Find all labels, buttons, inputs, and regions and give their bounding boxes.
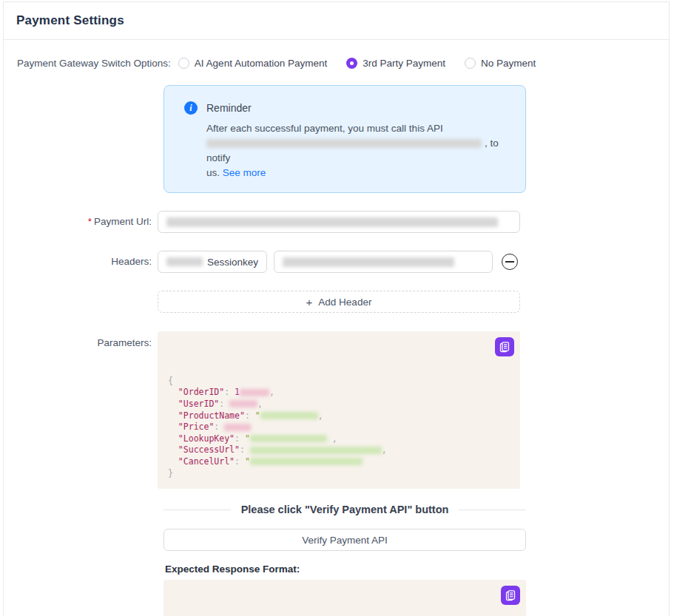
radio-circle-icon[interactable] xyxy=(178,58,189,69)
header-key-input[interactable]: Sessionkey xyxy=(158,251,267,273)
add-header-row: + Add Header xyxy=(4,291,669,313)
redacted-header-key-prefix xyxy=(166,257,203,266)
copy-icon[interactable] xyxy=(495,337,514,356)
see-more-link[interactable]: See more xyxy=(223,167,266,178)
payment-url-input[interactable] xyxy=(158,211,520,233)
expected-response-label: Expected Response Format: xyxy=(165,563,669,575)
payment-settings-card: Payment Settings Payment Gateway Switch … xyxy=(3,1,670,616)
info-icon: i xyxy=(184,101,198,115)
headers-label: Headers: xyxy=(4,251,158,273)
header-key-text: Sessionkey xyxy=(207,257,258,268)
radio-label: No Payment xyxy=(481,58,536,69)
add-header-label: Add Header xyxy=(318,297,371,308)
divider-line xyxy=(164,510,231,510)
card-body: Payment Gateway Switch Options: AI Agent… xyxy=(4,40,669,616)
reminder-title: Reminder xyxy=(206,102,252,114)
gateway-switch-label: Payment Gateway Switch Options: xyxy=(17,58,171,69)
remove-header-button[interactable] xyxy=(502,254,518,270)
payment-url-label: *Payment Url: xyxy=(4,211,158,233)
reminder-alert: i Reminder After each successful payment… xyxy=(164,85,526,193)
parameters-label: Parameters: xyxy=(4,331,158,349)
reminder-text: After each successful payment, you must … xyxy=(206,121,506,180)
header-value-input[interactable] xyxy=(274,251,493,273)
parameters-row: Parameters: { "OrderID": 1, "UserID": , … xyxy=(4,331,669,489)
redacted-payment-url xyxy=(166,217,498,227)
radio-no-payment[interactable]: No Payment xyxy=(465,58,536,69)
redacted-api-url xyxy=(206,139,482,148)
divider-line xyxy=(459,510,526,510)
response-code-block: { "Data": { "URL": "https://checkout.str… xyxy=(164,580,526,616)
reminder-line3-prefix: us. xyxy=(206,167,220,178)
verify-instruction-text: Please click "Verify Payment API" button xyxy=(241,504,449,515)
radio-circle-icon[interactable] xyxy=(346,58,357,69)
gateway-radio-group: AI Agent Automation Payment 3rd Party Pa… xyxy=(178,58,536,69)
parameters-code-block: { "OrderID": 1, "UserID": , "ProductName… xyxy=(158,331,520,489)
card-header: Payment Settings xyxy=(4,2,669,40)
radio-ai-agent-automation-payment[interactable]: AI Agent Automation Payment xyxy=(178,58,327,69)
gateway-switch-row: Payment Gateway Switch Options: AI Agent… xyxy=(4,58,669,69)
copy-icon[interactable] xyxy=(501,586,520,605)
redacted-header-value xyxy=(283,257,454,267)
reminder-line1: After each successful payment, you must … xyxy=(206,123,443,134)
required-asterisk: * xyxy=(88,216,92,227)
radio-label: 3rd Party Payment xyxy=(363,58,445,69)
verify-payment-api-button[interactable]: Verify Payment API xyxy=(164,529,526,551)
reminder-header: i Reminder xyxy=(184,101,506,115)
headers-row: Headers: Sessionkey xyxy=(4,251,669,273)
radio-3rd-party-payment[interactable]: 3rd Party Payment xyxy=(346,58,445,69)
add-header-button[interactable]: + Add Header xyxy=(158,291,520,313)
response-code-row: { "Data": { "URL": "https://checkout.str… xyxy=(164,580,669,616)
radio-label: AI Agent Automation Payment xyxy=(195,58,327,69)
radio-circle-icon[interactable] xyxy=(465,58,476,69)
page-title: Payment Settings xyxy=(16,13,124,28)
payment-url-row: *Payment Url: xyxy=(4,211,669,233)
plus-icon: + xyxy=(306,296,313,308)
verify-instruction-divider: Please click "Verify Payment API" button xyxy=(164,504,526,515)
